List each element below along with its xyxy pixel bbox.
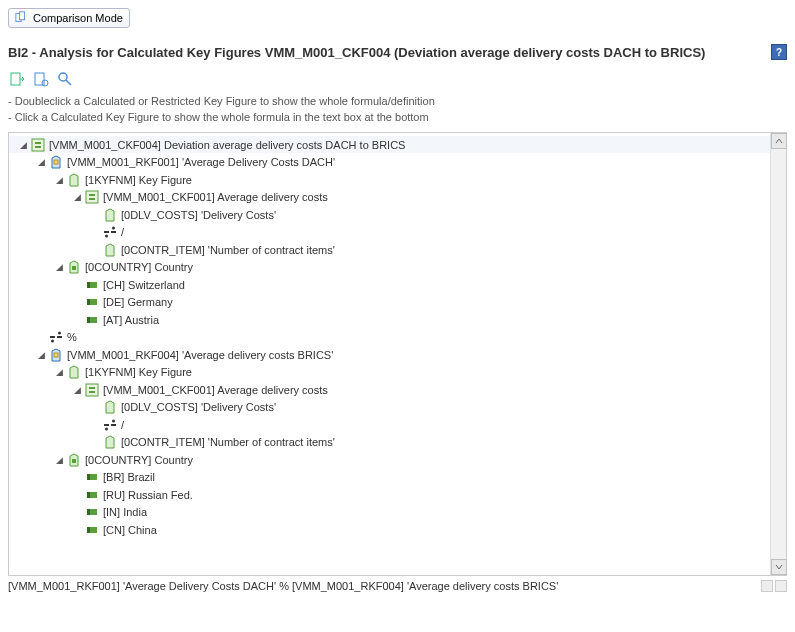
tree-node-label: [DE] Germany xyxy=(103,296,173,308)
collapse-toggle[interactable]: ◢ xyxy=(53,175,65,185)
tree-node[interactable]: ▶% xyxy=(9,328,770,346)
tree-node[interactable]: ▶/ xyxy=(9,416,770,434)
help-button[interactable]: ? xyxy=(771,44,787,60)
tree-node[interactable]: ◢[VMM_M001_RKF001] 'Average Delivery Cos… xyxy=(9,153,770,171)
svg-rect-14 xyxy=(104,231,109,233)
refresh-button[interactable] xyxy=(32,70,50,88)
tree-node[interactable]: ◢[VMM_M001_CKF001] Average delivery cost… xyxy=(9,381,770,399)
tree-node[interactable]: ▶[CN] China xyxy=(9,521,770,539)
comparison-mode-label: Comparison Mode xyxy=(33,12,123,24)
tree-node-label: [RU] Russian Fed. xyxy=(103,489,193,501)
restricted-keyfigure-icon xyxy=(48,347,64,363)
tree-node[interactable]: ▶[0CONTR_ITEM] 'Number of contract items… xyxy=(9,241,770,259)
tree-node[interactable]: ◢[1KYFNM] Key Figure xyxy=(9,363,770,381)
svg-line-6 xyxy=(66,80,71,85)
svg-point-36 xyxy=(105,427,108,430)
collapse-toggle[interactable]: ◢ xyxy=(53,367,65,377)
value-icon xyxy=(84,312,100,328)
tree-node[interactable]: ▶[AT] Austria xyxy=(9,311,770,329)
svg-rect-15 xyxy=(111,231,116,233)
tree-node-label: [BR] Brazil xyxy=(103,471,155,483)
tree-node-label: / xyxy=(121,226,124,238)
tree-panel: ◢[VMM_M001_CKF004] Deviation average del… xyxy=(8,132,787,576)
svg-rect-37 xyxy=(72,459,76,463)
tree-node[interactable]: ▶[IN] India xyxy=(9,503,770,521)
compare-icon xyxy=(15,11,29,25)
value-icon xyxy=(84,487,100,503)
collapse-toggle[interactable]: ◢ xyxy=(35,350,47,360)
tree-node-label: % xyxy=(67,331,77,343)
export-button[interactable] xyxy=(8,70,26,88)
operator-icon xyxy=(102,224,118,240)
calculated-keyfigure-icon xyxy=(84,189,100,205)
svg-rect-33 xyxy=(104,424,109,426)
collapse-toggle[interactable]: ◢ xyxy=(71,192,83,202)
page-title: BI2 - Analysis for Calculated Key Figure… xyxy=(8,45,705,60)
tree-node-label: [CH] Switzerland xyxy=(103,279,185,291)
tree-node-label: [VMM_M001_CKF004] Deviation average deli… xyxy=(49,139,405,151)
tree-node-label: [1KYFNM] Key Figure xyxy=(85,366,192,378)
tree-node[interactable]: ▶[RU] Russian Fed. xyxy=(9,486,770,504)
scroll-up-button[interactable] xyxy=(771,133,787,149)
svg-rect-3 xyxy=(35,73,44,85)
characteristic-icon xyxy=(66,259,82,275)
value-icon xyxy=(84,469,100,485)
tree-node[interactable]: ◢[1KYFNM] Key Figure xyxy=(9,171,770,189)
tree-node[interactable]: ▶[CH] Switzerland xyxy=(9,276,770,294)
keyfigure-icon xyxy=(102,399,118,415)
svg-point-28 xyxy=(51,340,54,343)
svg-rect-2 xyxy=(11,73,20,85)
tree-node-label: / xyxy=(121,419,124,431)
tree-node[interactable]: ▶[0DLV_COSTS] 'Delivery Costs' xyxy=(9,206,770,224)
tree-node[interactable]: ◢[0COUNTRY] Country xyxy=(9,451,770,469)
value-icon xyxy=(84,504,100,520)
chevron-down-icon xyxy=(775,563,783,571)
hint-line: - Click a Calculated Key Figure to show … xyxy=(8,110,787,126)
scrollbar[interactable] xyxy=(770,133,786,575)
value-icon xyxy=(84,522,100,538)
tree-node[interactable]: ◢[0COUNTRY] Country xyxy=(9,258,770,276)
tree-node-label: [VMM_M001_CKF001] Average delivery costs xyxy=(103,191,328,203)
footer-control-1[interactable] xyxy=(761,580,773,592)
tree-node[interactable]: ◢[VMM_M001_CKF001] Average delivery cost… xyxy=(9,188,770,206)
tree-node[interactable]: ▶[0CONTR_ITEM] 'Number of contract items… xyxy=(9,433,770,451)
comparison-mode-button[interactable]: Comparison Mode xyxy=(8,8,130,28)
svg-rect-7 xyxy=(32,139,44,151)
tree-node[interactable]: ▶/ xyxy=(9,223,770,241)
svg-rect-45 xyxy=(87,527,90,533)
search-button[interactable] xyxy=(56,70,74,88)
collapse-toggle[interactable]: ◢ xyxy=(71,385,83,395)
footer-control-2[interactable] xyxy=(775,580,787,592)
tree-node[interactable]: ◢[VMM_M001_CKF004] Deviation average del… xyxy=(9,136,770,154)
svg-rect-39 xyxy=(87,474,90,480)
keyfigure-icon xyxy=(102,242,118,258)
keyfigure-icon xyxy=(102,207,118,223)
calculated-keyfigure-icon xyxy=(30,137,46,153)
svg-point-17 xyxy=(105,235,108,238)
svg-rect-29 xyxy=(54,353,58,357)
svg-rect-13 xyxy=(89,198,95,200)
svg-rect-18 xyxy=(72,266,76,270)
magnifier-icon xyxy=(57,71,73,87)
tree-node-label: [CN] China xyxy=(103,524,157,536)
tree[interactable]: ◢[VMM_M001_CKF004] Deviation average del… xyxy=(9,133,770,575)
tree-node[interactable]: ▶[DE] Germany xyxy=(9,293,770,311)
footer-controls xyxy=(761,580,787,592)
svg-rect-10 xyxy=(54,160,58,164)
tree-node[interactable]: ▶[BR] Brazil xyxy=(9,468,770,486)
svg-rect-32 xyxy=(89,391,95,393)
calculated-keyfigure-icon xyxy=(84,382,100,398)
svg-rect-31 xyxy=(89,387,95,389)
keyfigure-icon xyxy=(66,172,82,188)
svg-rect-9 xyxy=(35,146,41,148)
collapse-toggle[interactable]: ◢ xyxy=(53,455,65,465)
tree-node[interactable]: ◢[VMM_M001_RKF004] 'Average delivery cos… xyxy=(9,346,770,364)
tree-node[interactable]: ▶[0DLV_COSTS] 'Delivery Costs' xyxy=(9,398,770,416)
collapse-toggle[interactable]: ◢ xyxy=(17,140,29,150)
svg-rect-30 xyxy=(86,384,98,396)
scroll-down-button[interactable] xyxy=(771,559,787,575)
hints: - Doubleclick a Calculated or Restricted… xyxy=(8,94,787,126)
tree-node-label: [0CONTR_ITEM] 'Number of contract items' xyxy=(121,436,335,448)
collapse-toggle[interactable]: ◢ xyxy=(53,262,65,272)
collapse-toggle[interactable]: ◢ xyxy=(35,157,47,167)
